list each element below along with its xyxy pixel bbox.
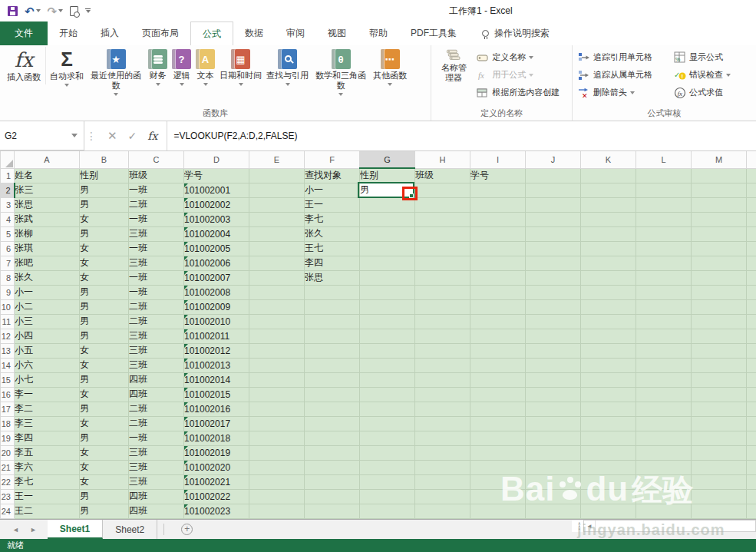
cell-I4[interactable] bbox=[470, 212, 526, 226]
cell-B24[interactable]: 男 bbox=[80, 504, 129, 518]
cell-D16[interactable]: 101002015 bbox=[184, 387, 249, 402]
cell-H17[interactable] bbox=[415, 402, 470, 416]
cell-M4[interactable] bbox=[692, 212, 747, 226]
cell-A4[interactable]: 张武 bbox=[15, 212, 80, 226]
column-header-D[interactable]: D bbox=[184, 151, 249, 168]
cell-I24[interactable] bbox=[470, 504, 526, 518]
cell-D8[interactable]: 101002007 bbox=[184, 270, 249, 285]
ribbon-tab-公式[interactable]: 公式 bbox=[190, 21, 233, 45]
cell-M12[interactable] bbox=[692, 329, 747, 343]
cell-H5[interactable] bbox=[415, 226, 470, 241]
cell-C24[interactable]: 四班 bbox=[129, 504, 184, 518]
cell-G8[interactable] bbox=[360, 270, 415, 285]
cell-J21[interactable] bbox=[526, 460, 581, 474]
cell-G22[interactable] bbox=[360, 474, 415, 489]
new-sheet-button[interactable]: + bbox=[181, 520, 193, 539]
cell-H24[interactable] bbox=[415, 504, 470, 518]
cell-E16[interactable] bbox=[249, 387, 305, 402]
column-header-B[interactable]: B bbox=[80, 151, 129, 168]
cell-E24[interactable] bbox=[249, 504, 305, 518]
row-header-10[interactable]: 10 bbox=[1, 299, 15, 314]
cell-G7[interactable] bbox=[360, 256, 415, 270]
cell-E9[interactable] bbox=[249, 285, 305, 299]
dropdown-caret-icon[interactable] bbox=[180, 83, 184, 86]
cell-B4[interactable]: 女 bbox=[80, 212, 129, 226]
cell-C12[interactable]: 三班 bbox=[129, 329, 184, 343]
cell-M8[interactable] bbox=[692, 270, 747, 285]
cell-C4[interactable]: 一班 bbox=[129, 212, 184, 226]
cell-A8[interactable]: 张久 bbox=[15, 270, 80, 285]
cell-K5[interactable] bbox=[581, 226, 636, 241]
cell-G19[interactable] bbox=[360, 431, 415, 445]
cell-M23[interactable] bbox=[692, 489, 747, 504]
cell-K3[interactable] bbox=[581, 197, 636, 212]
cell-D3[interactable]: 101002002 bbox=[184, 197, 249, 212]
cell-H9[interactable] bbox=[415, 285, 470, 299]
cell-F5[interactable]: 张久 bbox=[305, 226, 360, 241]
column-header-K[interactable]: K bbox=[581, 151, 636, 168]
cell-I19[interactable] bbox=[470, 431, 526, 445]
row-header-12[interactable]: 12 bbox=[1, 329, 15, 343]
ribbon-tab-文件[interactable]: 文件 bbox=[0, 21, 48, 45]
cell-B6[interactable]: 女 bbox=[80, 241, 129, 256]
cell-K16[interactable] bbox=[581, 387, 636, 402]
cell-D13[interactable]: 101002012 bbox=[184, 343, 249, 358]
cell-I14[interactable] bbox=[470, 358, 526, 372]
undo-button[interactable]: ↶ bbox=[25, 6, 41, 16]
cell-F20[interactable] bbox=[305, 445, 360, 460]
error-checking-button[interactable]: ✓! 错误检查 bbox=[671, 66, 754, 84]
cell-C15[interactable]: 四班 bbox=[129, 372, 184, 387]
cell-B13[interactable]: 女 bbox=[80, 343, 129, 358]
row-header-15[interactable]: 15 bbox=[1, 372, 15, 387]
cell-I9[interactable] bbox=[470, 285, 526, 299]
cell-A13[interactable]: 小五 bbox=[15, 343, 80, 358]
row-header-13[interactable]: 13 bbox=[1, 343, 15, 358]
customize-qat-icon[interactable] bbox=[85, 8, 91, 14]
cell-J10[interactable] bbox=[526, 299, 581, 314]
cell-A15[interactable]: 小七 bbox=[15, 372, 80, 387]
cell-H7[interactable] bbox=[415, 256, 470, 270]
column-header-A[interactable]: A bbox=[15, 151, 80, 168]
scroll-left-icon[interactable]: ◄ bbox=[584, 521, 596, 531]
cell-C1[interactable]: 班级 bbox=[129, 168, 184, 183]
cell-K14[interactable] bbox=[581, 358, 636, 372]
cancel-icon[interactable]: ✕ bbox=[107, 129, 117, 143]
ribbon-tab-数据[interactable]: 数据 bbox=[233, 21, 275, 45]
cell-J20[interactable] bbox=[526, 445, 581, 460]
cell-D17[interactable]: 101002016 bbox=[184, 402, 249, 416]
row-header-4[interactable]: 4 bbox=[1, 212, 15, 226]
create-from-selection-button[interactable]: 根据所选内容创建 bbox=[474, 84, 563, 101]
cell-F7[interactable]: 李四 bbox=[305, 256, 360, 270]
cell-E23[interactable] bbox=[249, 489, 305, 504]
cell-K15[interactable] bbox=[581, 372, 636, 387]
row-header-2[interactable]: 2 bbox=[1, 183, 15, 197]
name-box[interactable]: G2 bbox=[0, 121, 84, 150]
cell-E8[interactable] bbox=[249, 270, 305, 285]
cell-A5[interactable]: 张柳 bbox=[15, 226, 80, 241]
cell-I1[interactable]: 学号 bbox=[470, 168, 526, 183]
cell-F22[interactable] bbox=[305, 474, 360, 489]
cell-I17[interactable] bbox=[470, 402, 526, 416]
cell-J18[interactable] bbox=[526, 416, 581, 431]
cell-D22[interactable]: 101002021 bbox=[184, 474, 249, 489]
cell-D6[interactable]: 101002005 bbox=[184, 241, 249, 256]
cell-G18[interactable] bbox=[360, 416, 415, 431]
cell-B10[interactable]: 男 bbox=[80, 299, 129, 314]
column-header-J[interactable]: J bbox=[526, 151, 581, 168]
cell-E10[interactable] bbox=[249, 299, 305, 314]
row-header-16[interactable]: 16 bbox=[1, 387, 15, 402]
dropdown-caret-icon[interactable] bbox=[338, 93, 343, 96]
cell-D15[interactable]: 101002014 bbox=[184, 372, 249, 387]
cell-I12[interactable] bbox=[470, 329, 526, 343]
insert-function-fx-icon[interactable]: fx bbox=[147, 130, 157, 142]
cell-B23[interactable]: 男 bbox=[80, 489, 129, 504]
cell-E13[interactable] bbox=[249, 343, 305, 358]
cell-C3[interactable]: 二班 bbox=[129, 197, 184, 212]
cell-A21[interactable]: 李六 bbox=[15, 460, 80, 474]
cell-B21[interactable]: 女 bbox=[80, 460, 129, 474]
lib-button-其他函数[interactable]: ⋯其他函数 bbox=[371, 47, 409, 86]
row-header-18[interactable]: 18 bbox=[1, 416, 15, 431]
cell-E21[interactable] bbox=[249, 460, 305, 474]
cell-G23[interactable] bbox=[360, 489, 415, 504]
cell-G13[interactable] bbox=[360, 343, 415, 358]
